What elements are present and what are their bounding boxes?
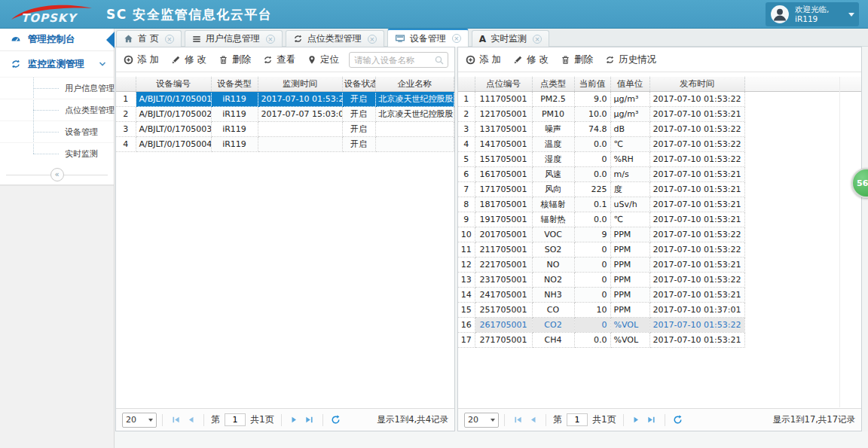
table-row[interactable]: 2A/BJLT/0/1705002iR1192017-07-07 15:03:0… xyxy=(116,106,454,121)
view-button[interactable]: 查看 xyxy=(263,53,295,66)
table-row[interactable]: 16261705001CO20%VOL2017-07-10 01:53:22 xyxy=(458,317,861,332)
cell: 191705001 xyxy=(475,212,532,227)
row-number: 12 xyxy=(458,257,475,272)
refresh-icon[interactable] xyxy=(329,413,344,428)
column-header[interactable]: 监测时间 xyxy=(258,77,342,91)
close-icon[interactable] xyxy=(165,35,174,44)
table-row[interactable]: 12221705001NO0PPM2017-07-10 01:53:21 xyxy=(458,257,861,272)
close-icon[interactable] xyxy=(266,35,275,44)
table-row[interactable]: 17271705001CH40.0%VOL2017-07-10 01:53:21 xyxy=(458,332,861,347)
sidebar-item-user-info[interactable]: 用户信息管理 xyxy=(0,77,114,99)
table-row[interactable]: 4A/BJLT/0/1705004iR119开启 xyxy=(116,136,454,151)
sidebar-item-console[interactable]: 管理控制台 xyxy=(0,29,114,51)
table-row[interactable]: 9191705001辐射热0.0℃2017-07-10 01:53:21 xyxy=(458,212,861,227)
close-icon[interactable] xyxy=(368,35,377,44)
table-row[interactable]: 3131705001噪声74.8dB2017-07-10 01:53:22 xyxy=(458,121,861,136)
page-number-input[interactable] xyxy=(225,413,246,426)
tab-device-management[interactable]: 设备管理 xyxy=(387,29,469,47)
edit-button[interactable]: 修 改 xyxy=(513,53,549,66)
table-row[interactable]: 11211705001SO20PPM2017-07-10 01:53:22 xyxy=(458,242,861,257)
search-icon[interactable] xyxy=(434,55,445,66)
user-menu[interactable]: 欢迎光临, iR119 xyxy=(766,2,859,26)
table-row[interactable]: 2121705001PM1010.0μg/m³2017-07-10 01:53:… xyxy=(458,106,861,121)
filler-cell xyxy=(744,227,861,242)
page-size-select[interactable]: 20 xyxy=(464,413,499,428)
search-input[interactable] xyxy=(354,53,432,66)
column-header[interactable]: 设备状态 xyxy=(342,77,375,91)
table-row[interactable]: 14241705001NH30PPM2017-07-10 01:53:21 xyxy=(458,287,861,302)
cell: %RH xyxy=(610,151,649,166)
filler-cell xyxy=(744,151,861,166)
delete-button[interactable]: 删除 xyxy=(219,53,251,66)
cell: 241705001 xyxy=(475,287,532,302)
cell: uSv/h xyxy=(610,197,649,212)
table-row[interactable]: 5151705001湿度0%RH2017-07-10 01:53:22 xyxy=(458,151,861,166)
cell: 181705001 xyxy=(475,197,532,212)
next-page-button[interactable] xyxy=(287,413,302,428)
page-size-select[interactable]: 20 xyxy=(122,413,157,428)
first-page-button[interactable] xyxy=(168,413,183,428)
sidebar-item-realtime[interactable]: 实时监测 xyxy=(0,142,114,164)
history-button[interactable]: 历史情况 xyxy=(605,53,656,66)
filler-cell xyxy=(744,166,861,181)
column-header[interactable]: 点类型 xyxy=(532,77,574,91)
cell: 261705001 xyxy=(475,317,532,332)
row-number: 16 xyxy=(458,317,475,332)
column-header[interactable]: 设备编号 xyxy=(136,77,211,91)
tab-realtime-monitor[interactable]: A 实时监测 xyxy=(472,30,549,47)
table-row[interactable]: 8181705001核辐射0.1uSv/h2017-07-10 01:53:21 xyxy=(458,197,861,212)
cell: 231705001 xyxy=(475,272,532,287)
table-row[interactable]: 13231705001NO20PPM2017-07-10 01:53:22 xyxy=(458,272,861,287)
collapse-sidebar-button[interactable] xyxy=(50,168,64,181)
column-header[interactable]: 当前值 xyxy=(574,77,610,91)
device-toolbar: 添 加 修 改 删除 查看 定位 xyxy=(116,47,454,72)
table-row[interactable]: 6161705001风速0.0m/s2017-07-10 01:53:21 xyxy=(458,166,861,181)
table-row[interactable]: 10201705001VOC9PPM2017-07-10 01:53:22 xyxy=(458,227,861,242)
add-button[interactable]: 添 加 xyxy=(466,53,501,66)
table-row[interactable]: 1A/BJLT/0/1705001iR1192017-07-10 01:53:2… xyxy=(116,91,454,106)
filler-cell xyxy=(744,212,861,227)
table-row[interactable]: 1111705001PM2.59.0μg/m³2017-07-10 01:53:… xyxy=(458,91,861,106)
close-icon[interactable] xyxy=(452,34,461,43)
column-header[interactable]: 设备类型 xyxy=(211,77,258,91)
add-button[interactable]: 添 加 xyxy=(124,53,159,66)
column-header[interactable]: 企业名称 xyxy=(375,77,454,91)
cell: dB xyxy=(610,121,649,136)
prev-page-button[interactable] xyxy=(183,413,198,428)
prev-page-button[interactable] xyxy=(525,413,540,428)
column-header[interactable]: 点位编号 xyxy=(475,77,532,91)
last-page-button[interactable] xyxy=(302,413,317,428)
tab-point-type[interactable]: 点位类型管理 xyxy=(286,30,384,47)
cell: 辐射热 xyxy=(532,212,574,227)
table-row[interactable]: 3A/BJLT/0/1705003iR119开启 xyxy=(116,121,454,136)
edit-button[interactable]: 修 改 xyxy=(171,53,206,66)
refresh-icon[interactable] xyxy=(671,413,686,428)
cell: iR119 xyxy=(211,91,258,106)
last-page-button[interactable] xyxy=(644,413,659,428)
cell: 201705001 xyxy=(475,227,532,242)
tab-home[interactable]: 首 页 xyxy=(116,30,182,47)
first-page-button[interactable] xyxy=(510,413,525,428)
sidebar-item-point-type[interactable]: 点位类型管理 xyxy=(0,99,114,120)
column-header[interactable]: 发布时间 xyxy=(649,77,744,91)
record-summary: 显示1到17,共17记录 xyxy=(773,414,855,425)
cell: 2017-07-10 01:53:22 xyxy=(649,121,744,136)
row-number: 1 xyxy=(458,91,475,106)
cell: ℃ xyxy=(610,212,649,227)
row-number: 3 xyxy=(116,121,136,136)
table-row[interactable]: 15251705001CO10PPM2017-07-10 01:37:01 xyxy=(458,302,861,317)
close-icon[interactable] xyxy=(533,35,542,44)
table-row[interactable]: 4141705001温度0.0℃2017-07-10 01:53:22 xyxy=(458,136,861,151)
column-header[interactable]: 值单位 xyxy=(610,77,649,91)
locate-button[interactable]: 定位 xyxy=(307,53,339,66)
sidebar-item-device[interactable]: 设备管理 xyxy=(0,120,114,142)
table-row[interactable]: 7171705001风向225度2017-07-10 01:53:21 xyxy=(458,181,861,197)
tab-user-info[interactable]: 用户信息管理 xyxy=(185,30,283,47)
page-number-input[interactable] xyxy=(567,413,588,426)
next-page-button[interactable] xyxy=(629,413,644,428)
cell: 151705001 xyxy=(475,151,532,166)
cell: 2017-07-10 01:53:21 xyxy=(649,287,744,302)
delete-button[interactable]: 删除 xyxy=(561,53,593,66)
cell: 开启 xyxy=(342,91,375,106)
sidebar-group-monitoring[interactable]: 监控监测管理 xyxy=(0,51,114,77)
